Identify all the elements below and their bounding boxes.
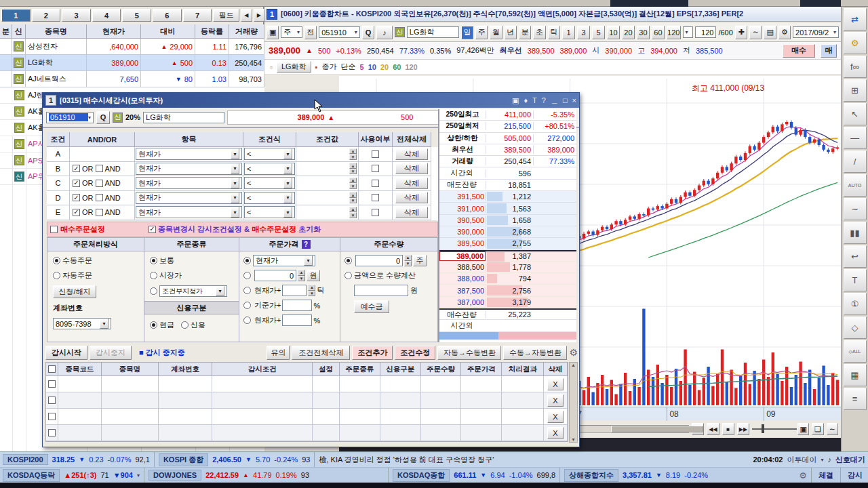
qty-spinner[interactable]: ▲▼: [404, 255, 412, 266]
buy-order-checkbox[interactable]: [50, 226, 58, 233]
tick-spinner[interactable]: ▲▼: [308, 285, 315, 296]
table-view-icon[interactable]: ▦: [844, 364, 867, 386]
value-spinner[interactable]: ▲▼: [349, 207, 357, 218]
minute-button-60[interactable]: 60: [652, 26, 665, 39]
delete-button[interactable]: 삭제: [395, 192, 428, 203]
base-pct-input[interactable]: [282, 300, 312, 311]
chevron-down-icon[interactable]: ▾: [231, 148, 239, 159]
item-dropdown[interactable]: 현재가▾: [136, 192, 242, 204]
row-delete-button[interactable]: X: [547, 394, 564, 407]
dock-icon[interactable]: ▣: [267, 26, 279, 39]
rewind-icon[interactable]: ◀◀: [707, 423, 719, 435]
price-fixed-radio[interactable]: 0▲▼원: [243, 270, 336, 281]
news-ticker[interactable]: 檢, KIA 경영비리 정점 '하성용 前 대표 구속영장 청구': [319, 455, 749, 465]
text-tool-icon[interactable]: T: [844, 269, 867, 291]
slope-line-icon[interactable]: /: [844, 150, 867, 173]
date-picker[interactable]: 2017/09/2▾: [793, 26, 839, 38]
delete-all-conditions-button[interactable]: 조건전체삭제: [292, 346, 350, 360]
price-tick-radio[interactable]: 현재가+▲▼틱: [243, 285, 336, 296]
speaker-icon[interactable]: ♪: [828, 455, 832, 464]
chevron-down-icon[interactable]: ▾: [304, 256, 313, 266]
amount-calc-radio[interactable]: 금액으로 수량계산: [344, 270, 433, 281]
auto-to-manual-button[interactable]: 자동→수동변환: [437, 346, 501, 360]
minute-button-1[interactable]: 1: [562, 26, 575, 39]
or-checkbox[interactable]: ✓: [73, 180, 80, 187]
op-dropdown[interactable]: <▾: [244, 177, 295, 189]
and-checkbox[interactable]: [96, 194, 103, 201]
period-button-분[interactable]: 분: [519, 26, 531, 39]
maximize-icon[interactable]: □: [563, 96, 568, 104]
deposit-button[interactable]: 예수금: [354, 300, 389, 313]
cursor-icon[interactable]: ↖: [844, 103, 867, 125]
tab-prev-arrow-icon[interactable]: ◀: [241, 9, 252, 22]
market-radio[interactable]: 시장가: [150, 270, 233, 281]
period-button-년[interactable]: 년: [505, 26, 517, 39]
gear-icon[interactable]: ⚙: [569, 347, 578, 358]
save-icon[interactable]: ▤: [764, 26, 776, 39]
chart-title-bar[interactable]: 1 [0600] 키움종합차트 - KOSPI200 외국인보유[26,370(…: [264, 7, 841, 22]
and-checkbox[interactable]: [96, 209, 103, 216]
apply-cancel-button[interactable]: 신청/해지: [53, 285, 96, 298]
gear-icon[interactable]: ⚙: [799, 470, 807, 481]
eraser-icon[interactable]: ◇: [844, 317, 867, 339]
conditional-dropdown[interactable]: 조건부지정가▾: [159, 285, 227, 297]
pin-icon[interactable]: ♦: [524, 96, 528, 104]
dialog-title-bar[interactable]: 1[0315] 매수시세감시(모의투자)▣♦T?＿□×: [43, 93, 579, 108]
stop-icon[interactable]: ■: [722, 423, 734, 435]
watchlist-tab-5[interactable]: 5: [122, 9, 151, 22]
op-dropdown[interactable]: <▾: [244, 192, 295, 204]
item-dropdown[interactable]: 현재가▾: [136, 148, 242, 160]
field-button[interactable]: 필드: [213, 9, 239, 22]
search-icon[interactable]: Q: [362, 26, 374, 39]
bid-row[interactable]: 388,000794: [439, 273, 576, 285]
layout-tile-icon[interactable]: ▣: [797, 423, 809, 435]
gear-icon[interactable]: ⚙: [778, 26, 791, 39]
forward-icon[interactable]: ▶▶: [737, 423, 749, 435]
or-checkbox[interactable]: ✓: [73, 165, 80, 172]
tick-input[interactable]: [282, 285, 307, 296]
delete-button[interactable]: 삭제: [395, 178, 428, 189]
value-spinner[interactable]: ▲▼: [349, 192, 357, 203]
number-marker-icon[interactable]: ①: [844, 293, 867, 315]
minute-button-120[interactable]: 120: [667, 26, 681, 39]
minute-button-3[interactable]: 3: [577, 26, 590, 39]
conditional-radio[interactable]: 조건부지정가▾: [150, 285, 233, 297]
bid-row[interactable]: 389,0001,387: [439, 250, 576, 262]
cycle-select[interactable]: 주▾: [281, 26, 302, 38]
price-dropdown[interactable]: 현재가▾: [253, 255, 315, 266]
use-checkbox[interactable]: [372, 194, 379, 201]
price-current-radio[interactable]: 현재가▾: [243, 255, 336, 266]
bid-row[interactable]: 387,5002,756: [439, 285, 576, 296]
legend-stock-chip[interactable]: LG화학: [277, 61, 311, 73]
candle-compare-icon[interactable]: ▮▮: [844, 222, 867, 244]
dock-icon[interactable]: ▣: [512, 96, 519, 105]
minute-button-30[interactable]: 30: [637, 26, 650, 39]
ask-row[interactable]: 391,5001,212: [439, 191, 576, 203]
jun-button[interactable]: 전: [304, 26, 317, 39]
settings-gear-icon[interactable]: ⚙: [844, 32, 867, 54]
watchlist-tab-2[interactable]: 2: [32, 9, 61, 22]
indicator-icon[interactable]: ∼: [749, 26, 762, 39]
minute-button-20[interactable]: 20: [622, 26, 635, 39]
compare-icon[interactable]: ✚: [735, 26, 747, 39]
table-row[interactable]: 신삼성전자,640,000▲29,0001.11176,796: [0, 39, 264, 55]
fx-icon[interactable]: f∞: [844, 56, 867, 78]
buy-button[interactable]: 매수: [783, 44, 815, 58]
hcl-lines-icon[interactable]: ≡: [844, 388, 867, 410]
or-checkbox[interactable]: ✓: [73, 194, 80, 201]
use-checkbox[interactable]: [372, 150, 379, 158]
add-condition-button[interactable]: 조건추가: [352, 346, 393, 360]
qty-radio[interactable]: 0▲▼주: [344, 255, 433, 266]
delete-button[interactable]: 삭제: [395, 148, 428, 160]
row-delete-button[interactable]: X: [547, 427, 564, 439]
chevron-down-icon[interactable]: ▾: [283, 163, 292, 174]
auto-order-radio[interactable]: 자동주문: [53, 270, 138, 281]
watchlist-tab-1[interactable]: 1: [1, 9, 31, 22]
item-dropdown[interactable]: 현재가▾: [136, 177, 242, 189]
chevron-down-icon[interactable]: ▾: [231, 192, 239, 203]
use-checkbox[interactable]: [372, 180, 379, 187]
manual-to-auto-button[interactable]: 수동→자동변환: [503, 346, 567, 360]
account-combo[interactable]: 8095-7398▾: [53, 318, 111, 329]
ask-row[interactable]: 390,0002,668: [439, 226, 576, 238]
search-icon[interactable]: Q: [96, 111, 110, 124]
